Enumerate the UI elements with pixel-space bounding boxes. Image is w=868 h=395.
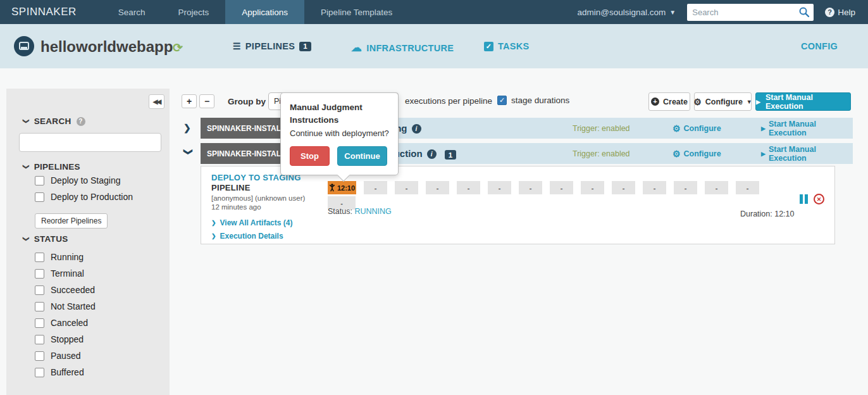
chevron-down-icon: ❯ bbox=[23, 236, 30, 242]
expand-all-button[interactable]: + bbox=[182, 94, 197, 108]
status-filter-checkbox[interactable]: Succeeded bbox=[35, 285, 96, 295]
status-filter-checkbox[interactable]: Paused bbox=[35, 351, 96, 361]
group-configure-link[interactable]: ⚙ Configure bbox=[673, 123, 721, 134]
help-label: Help bbox=[838, 8, 855, 17]
pause-execution-icon[interactable] bbox=[800, 194, 809, 204]
search-icon[interactable] bbox=[798, 6, 810, 18]
status-section-header[interactable]: ❯ STATUS bbox=[23, 234, 68, 244]
group-start-execution-link[interactable]: ▶ Start Manual Execution bbox=[761, 120, 853, 137]
reorder-pipelines-button[interactable]: Reorder Pipelines bbox=[35, 213, 108, 229]
checkbox-unchecked[interactable] bbox=[35, 192, 44, 202]
checkbox-unchecked[interactable] bbox=[35, 269, 44, 279]
checkbox-unchecked[interactable] bbox=[35, 302, 44, 311]
checkbox-unchecked[interactable] bbox=[35, 368, 44, 377]
execution-type-label: PIPELINE bbox=[211, 183, 251, 192]
stage-pill[interactable]: - bbox=[395, 181, 418, 194]
start-manual-execution-button[interactable]: ▶ Start Manual Execution bbox=[755, 92, 851, 111]
checkbox-unchecked[interactable] bbox=[35, 285, 44, 295]
info-icon[interactable]: i bbox=[427, 149, 437, 159]
stage-pill[interactable]: - bbox=[550, 181, 573, 194]
caret-down-icon: ▼ bbox=[747, 99, 752, 105]
group-expand-chevron[interactable]: ❯ bbox=[183, 123, 194, 133]
spinnaker-logo[interactable]: SPINNAKER bbox=[0, 0, 102, 24]
collapse-sidebar-button[interactable]: ◀◀ bbox=[149, 94, 164, 109]
pipeline-filter-checkbox[interactable]: Deploy to Staging bbox=[35, 175, 133, 185]
tab-tasks[interactable]: ✓ TASKS bbox=[484, 41, 530, 51]
nav-item[interactable]: Projects bbox=[162, 0, 226, 24]
application-icon bbox=[14, 36, 34, 56]
play-icon: ▶ bbox=[761, 125, 766, 132]
user-menu[interactable]: admin@soulsignal.com ▼ bbox=[578, 8, 676, 17]
stage-pill[interactable]: - bbox=[643, 181, 666, 194]
cancel-execution-icon[interactable]: ✕ bbox=[814, 194, 824, 204]
stage-durations-toggle[interactable]: ✓ stage durations bbox=[497, 96, 569, 105]
group-collapse-chevron[interactable]: ❯ bbox=[183, 148, 194, 158]
application-header: helloworldwebapp ⟳ ☰ PIPELINES 1 ☁ INFRA… bbox=[0, 24, 868, 68]
pipelines-section-header[interactable]: ❯ PIPELINES bbox=[23, 162, 80, 172]
checkbox-unchecked[interactable] bbox=[35, 335, 44, 344]
status-filter-checkbox[interactable]: Running bbox=[35, 252, 96, 262]
help-menu[interactable]: ? Help bbox=[825, 8, 855, 17]
checkbox-unchecked[interactable] bbox=[35, 176, 44, 185]
stage-pill[interactable]: - bbox=[519, 181, 542, 194]
top-navbar: SPINNAKER SearchProjectsApplicationsPipe… bbox=[0, 0, 868, 24]
application-name: helloworldwebapp bbox=[40, 38, 173, 56]
status-filter-checkbox[interactable]: Canceled bbox=[35, 318, 96, 328]
executions-per-pipeline-label: executions per pipeline bbox=[405, 96, 492, 106]
continue-button[interactable]: Continue bbox=[337, 146, 387, 166]
stage-pill[interactable]: - bbox=[612, 181, 635, 194]
info-icon[interactable]: i bbox=[412, 124, 421, 134]
pipeline-filter-checkbox[interactable]: Deploy to Production bbox=[35, 192, 133, 202]
status-filter-checkbox[interactable]: Not Started bbox=[35, 301, 96, 311]
stage-pill-row-1: 12:10 - - - - - - - bbox=[328, 181, 759, 194]
refresh-icon[interactable]: ⟳ bbox=[173, 41, 183, 55]
search-section-header[interactable]: ❯ SEARCH ? bbox=[23, 116, 85, 126]
user-email: admin@soulsignal.com bbox=[578, 8, 666, 17]
group-configure-link[interactable]: ⚙ Configure bbox=[673, 149, 721, 159]
stage-pill[interactable]: - bbox=[705, 181, 728, 194]
stage-pill[interactable]: - bbox=[674, 181, 697, 194]
help-circle-icon[interactable]: ? bbox=[77, 117, 85, 126]
play-icon: ▶ bbox=[761, 151, 766, 157]
execution-duration: Duration: 12:10 bbox=[740, 210, 794, 218]
stage-pill[interactable]: - bbox=[581, 181, 604, 194]
global-search bbox=[687, 4, 814, 21]
manual-judgment-popup: Manual Judgment Instructions Continue wi… bbox=[280, 92, 399, 175]
collapse-all-button[interactable]: − bbox=[199, 94, 214, 108]
execution-details-link[interactable]: ❯ Execution Details bbox=[211, 232, 283, 241]
group-start-execution-link[interactable]: ▶ Start Manual Execution bbox=[761, 145, 853, 163]
status-filter-checkbox[interactable]: Terminal bbox=[35, 268, 96, 279]
stage-pill[interactable]: - bbox=[488, 181, 511, 194]
tab-config[interactable]: CONFIG bbox=[801, 41, 838, 51]
tab-pipelines[interactable]: ☰ PIPELINES 1 bbox=[233, 41, 311, 51]
chevron-right-icon: ❯ bbox=[211, 233, 216, 239]
configure-dropdown-button[interactable]: ⚙ Configure ▼ bbox=[694, 92, 752, 111]
stage-pill[interactable]: - bbox=[736, 181, 759, 194]
pipeline-filter-input[interactable] bbox=[19, 133, 161, 152]
checkbox-unchecked[interactable] bbox=[35, 253, 44, 262]
status-filter-checkbox[interactable]: Buffered bbox=[35, 367, 96, 377]
stop-button[interactable]: Stop bbox=[290, 146, 330, 166]
execution-user: [anonymous] (unknown user) bbox=[211, 194, 305, 202]
execution-count-badge: 1 bbox=[445, 150, 456, 160]
search-input[interactable] bbox=[687, 4, 795, 20]
status-value: RUNNING bbox=[354, 207, 391, 216]
stage-pill[interactable]: - bbox=[457, 181, 480, 194]
checkbox-unchecked[interactable] bbox=[35, 318, 44, 328]
view-all-artifacts-link[interactable]: ❯ View All Artifacts (4) bbox=[211, 218, 292, 227]
create-button[interactable]: + Create bbox=[648, 92, 690, 111]
stage-pill[interactable]: 12:10 bbox=[328, 181, 356, 194]
execution-card: DEPLOY TO STAGING PIPELINE [anonymous] (… bbox=[201, 166, 835, 244]
popup-title: Manual Judgment Instructions bbox=[290, 101, 389, 127]
status-filter-checkbox[interactable]: Stopped bbox=[35, 334, 96, 344]
nav-item[interactable]: Search bbox=[102, 0, 162, 24]
checkbox-unchecked[interactable] bbox=[35, 351, 44, 361]
nav-item[interactable]: Pipeline Templates bbox=[304, 0, 409, 24]
stage-pill[interactable]: - bbox=[364, 181, 387, 194]
stage-pill[interactable]: - bbox=[426, 181, 449, 194]
nav-item[interactable]: Applications bbox=[225, 0, 304, 24]
checkbox-checked[interactable]: ✓ bbox=[497, 96, 507, 105]
status-filter-list: Running Terminal Succeeded Not Started C… bbox=[35, 252, 96, 377]
tab-infrastructure[interactable]: ☁ INFRASTRUCTURE bbox=[351, 41, 454, 54]
filters-sidebar: ◀◀ ❯ SEARCH ? ❯ PIPELINES Deploy to Stag… bbox=[6, 89, 170, 395]
